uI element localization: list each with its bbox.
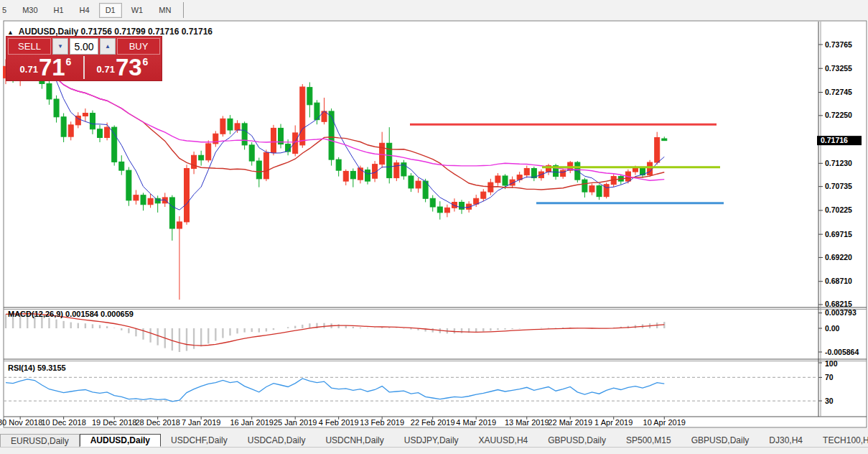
- svg-text:13 Feb 2019: 13 Feb 2019: [360, 418, 404, 427]
- svg-text:100: 100: [825, 359, 838, 368]
- svg-text:13 Mar 2019: 13 Mar 2019: [505, 418, 549, 427]
- svg-text:10 Apr 2019: 10 Apr 2019: [643, 418, 686, 427]
- timeframe-button-5[interactable]: 5: [0, 3, 13, 18]
- svg-text:70: 70: [825, 373, 834, 381]
- chart-tab-usdcnh-daily[interactable]: USDCNH,Daily: [315, 434, 393, 447]
- chart-tab-eurusd-daily[interactable]: EURUSD,Daily: [0, 434, 80, 447]
- svg-text:0.68215: 0.68215: [825, 300, 852, 308]
- svg-text:30 Nov 2018: 30 Nov 2018: [0, 418, 42, 427]
- timeframe-button-h1[interactable]: H1: [47, 3, 70, 18]
- svg-text:0.70225: 0.70225: [825, 205, 852, 214]
- buy-button[interactable]: BUY: [117, 38, 160, 55]
- volume-input[interactable]: [70, 38, 98, 55]
- timeframe-button-w1[interactable]: W1: [125, 3, 150, 18]
- mt4-terminal: { "toolbar": { "timeframes": ["5", "M30"…: [0, 0, 868, 454]
- sell-button[interactable]: SELL: [8, 38, 51, 55]
- sell-price-display[interactable]: 0.71 71 6: [8, 56, 85, 79]
- sell-price-big-digits: 71: [39, 57, 65, 78]
- svg-text:4 Mar 2019: 4 Mar 2019: [456, 418, 496, 427]
- buy-price-big-digits: 73: [116, 57, 142, 78]
- timeframe-button-d1[interactable]: D1: [99, 3, 122, 18]
- svg-text:0.72745: 0.72745: [825, 88, 852, 96]
- timeframe-buttons: 5M30H1H4D1W1MN: [0, 3, 179, 18]
- svg-text:0.00: 0.00: [825, 324, 840, 333]
- svg-text:25 Jan 2019: 25 Jan 2019: [274, 418, 317, 427]
- chart-symbol-label: AUDUSD,Daily: [19, 27, 78, 37]
- svg-text:0.73765: 0.73765: [825, 40, 852, 49]
- sell-price-pip-digit: 6: [66, 56, 72, 68]
- sell-price-prefix: 0.71: [20, 64, 38, 75]
- svg-text:MACD(12,26,9) 0.001584 0.00065: MACD(12,26,9) 0.001584 0.000659: [8, 310, 134, 318]
- chart-tab-dj30-h4[interactable]: DJ30,H4: [759, 434, 813, 447]
- chart-title: ▲ AUDUSD,Daily 0.71756 0.71799 0.71716 0…: [7, 27, 213, 37]
- timeframe-button-mn[interactable]: MN: [152, 3, 177, 18]
- chart-tab-tech100-h1[interactable]: TECH100,H1: [813, 434, 868, 447]
- chart-tab-gbpusd-daily[interactable]: GBPUSD,Daily: [681, 434, 760, 447]
- timeframe-button-h4[interactable]: H4: [73, 3, 96, 18]
- svg-text:19 Dec 2018: 19 Dec 2018: [92, 418, 136, 427]
- trade-panel-top-row: SELL ▼ ▲ BUY: [8, 38, 160, 55]
- one-click-trade-panel: SELL ▼ ▲ BUY 0.71 71 6 0.71 73 6: [6, 36, 162, 81]
- svg-text:0.72250: 0.72250: [825, 111, 852, 119]
- svg-text:1 Apr 2019: 1 Apr 2019: [594, 418, 633, 427]
- scroll-gap-strip: [0, 428, 868, 434]
- chart-canvas[interactable]: 0.737650.732550.727450.722500.712300.707…: [0, 20, 868, 428]
- chart-tab-audusd-daily[interactable]: AUDUSD,Daily: [80, 434, 161, 447]
- buy-price-pip-digit: 6: [143, 56, 149, 68]
- volume-increase-button[interactable]: ▲: [100, 38, 116, 55]
- timeframe-toolbar: 5M30H1H4D1W1MN: [0, 0, 868, 21]
- chart-tab-gbpusd-daily[interactable]: GBPUSD,Daily: [538, 434, 616, 447]
- toolbar-separator: [183, 2, 184, 18]
- collapse-triangle-icon[interactable]: ▲: [7, 29, 14, 36]
- svg-text:22 Mar 2019: 22 Mar 2019: [548, 418, 592, 427]
- svg-text:16 Jan 2019: 16 Jan 2019: [230, 418, 274, 427]
- chart-tab-bar: EURUSD,DailyAUDUSD,DailyUSDCHF,DailyUSDC…: [0, 434, 868, 447]
- svg-text:4 Feb 2019: 4 Feb 2019: [319, 418, 359, 427]
- svg-text:0.68710: 0.68710: [825, 277, 852, 285]
- buy-price-display[interactable]: 0.71 73 6: [85, 56, 160, 79]
- svg-text:10 Dec 2018: 10 Dec 2018: [41, 418, 85, 427]
- chart-tab-usdchf-daily[interactable]: USDCHF,Daily: [161, 434, 238, 447]
- buy-price-prefix: 0.71: [97, 64, 115, 75]
- chart-tab-sp500-m15[interactable]: SP500,M15: [616, 434, 681, 447]
- svg-text:30: 30: [825, 397, 834, 405]
- volume-decrease-button[interactable]: ▼: [52, 38, 68, 55]
- chart-ohlc-values: 0.71756 0.71799 0.71716 0.71716: [81, 27, 213, 37]
- svg-text:22 Feb 2019: 22 Feb 2019: [411, 418, 455, 427]
- chart-window: 0.737650.732550.727450.722500.712300.707…: [0, 20, 868, 428]
- svg-text:-0.005864: -0.005864: [825, 348, 859, 356]
- svg-text:7 Jan 2019: 7 Jan 2019: [182, 418, 220, 427]
- svg-text:0.69715: 0.69715: [825, 230, 852, 238]
- svg-text:0.71230: 0.71230: [825, 159, 852, 167]
- chart-tab-xauusd-h4[interactable]: XAUUSD,H4: [469, 434, 538, 447]
- svg-text:0.69220: 0.69220: [825, 253, 852, 261]
- chart-tab-usdjpy-daily[interactable]: USDJPY,Daily: [394, 434, 469, 447]
- svg-text:0.71716: 0.71716: [821, 136, 848, 144]
- status-strip: [0, 447, 868, 454]
- chart-tab-usdcad-daily[interactable]: USDCAD,Daily: [238, 434, 316, 447]
- svg-text:0.73255: 0.73255: [825, 64, 852, 73]
- trade-panel-prices: 0.71 71 6 0.71 73 6: [8, 56, 160, 79]
- svg-text:0.003793: 0.003793: [825, 308, 857, 317]
- svg-text:28 Dec 2018: 28 Dec 2018: [135, 418, 179, 427]
- svg-text:RSI(14) 59.3155: RSI(14) 59.3155: [8, 363, 66, 372]
- timeframe-button-m30[interactable]: M30: [16, 3, 44, 18]
- svg-text:0.70735: 0.70735: [825, 182, 852, 190]
